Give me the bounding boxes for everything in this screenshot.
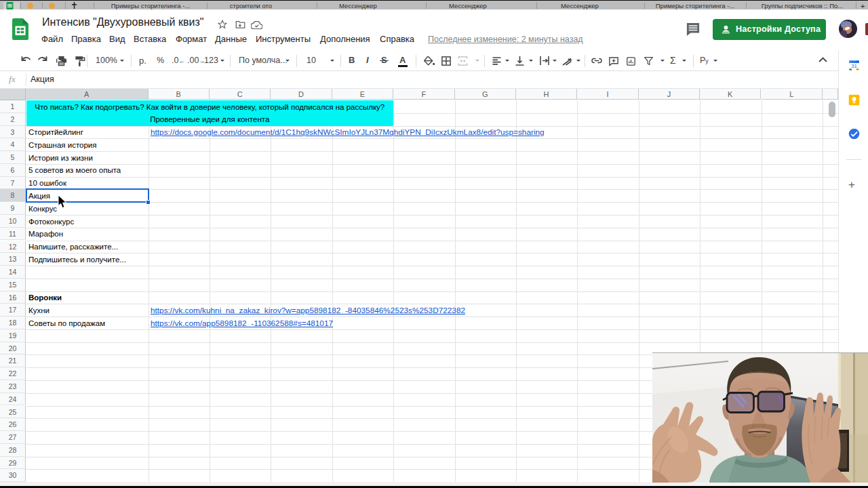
svg-text:31: 31 (851, 63, 857, 69)
